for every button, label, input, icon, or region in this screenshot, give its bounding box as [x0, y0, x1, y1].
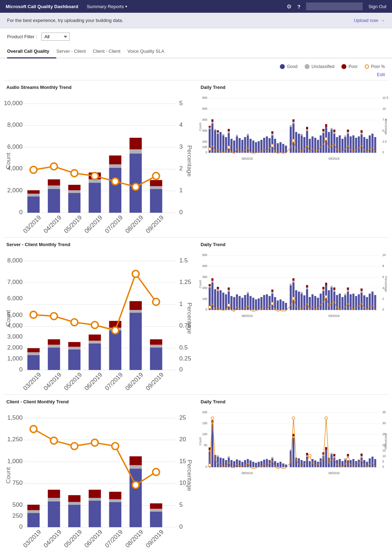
svg-rect-407 [361, 456, 363, 458]
svg-rect-75 [255, 142, 257, 153]
svg-rect-225 [271, 290, 273, 292]
svg-rect-349 [244, 460, 246, 467]
svg-rect-124 [347, 132, 349, 134]
svg-text:0: 0 [206, 150, 207, 154]
poor-pct-dot [153, 172, 160, 179]
sep-bars-sc [290, 278, 376, 310]
server-client-daily-svg: 500 400 300 200 100 0 10 8 6 4 2 0 [198, 250, 388, 318]
upload-now-link[interactable]: Upload now → [354, 18, 385, 23]
svg-rect-338 [217, 455, 219, 457]
tab-overall-call-quality[interactable]: Overall Call Quality [7, 45, 56, 58]
daily-poor-pct-dot [208, 464, 211, 467]
svg-text:0: 0 [382, 308, 384, 311]
svg-rect-193 [209, 284, 211, 286]
svg-text:0.25: 0.25 [179, 355, 191, 362]
svg-text:08/2019: 08/2019 [124, 528, 144, 549]
svg-rect-122 [344, 135, 346, 137]
svg-text:09/2019: 09/2019 [144, 528, 165, 549]
svg-text:06/2019: 06/2019 [83, 371, 104, 392]
legend-good: Good [280, 64, 297, 69]
svg-text:03/2019: 03/2019 [22, 214, 42, 234]
svg-text:1.5: 1.5 [179, 257, 188, 264]
svg-rect-129 [358, 136, 360, 153]
bar-good [27, 197, 40, 213]
svg-rect-259 [333, 288, 335, 290]
svg-text:06/2019: 06/2019 [83, 214, 104, 234]
legend-unclassified: Unclassified [305, 64, 335, 69]
settings-icon[interactable]: ⚙ [287, 3, 292, 10]
svg-rect-218 [258, 299, 260, 310]
bar-good [27, 355, 40, 370]
svg-rect-123 [347, 134, 349, 153]
svg-rect-131 [361, 133, 363, 135]
svg-rect-196 [212, 278, 214, 281]
bar-unclassified [89, 498, 101, 501]
tab-client-client[interactable]: Client - Client [93, 45, 127, 58]
bar-poor [150, 339, 162, 345]
client-client-daily-chart: 200 150 100 50 0 35 30 25 20 15 10 5 0 [198, 407, 388, 477]
nav-summary-reports[interactable]: Summary Reports ▾ [87, 4, 127, 9]
svg-rect-362 [277, 463, 279, 467]
audio-daily-chart: 600 500 400 300 200 100 0 12.5 10 7.5 5 … [198, 93, 388, 162]
svg-rect-223 [271, 294, 273, 310]
svg-text:07/2019: 07/2019 [103, 214, 124, 234]
nav-summary-reports-label: Summary Reports [87, 4, 124, 9]
banner: For the best experience, try uploading y… [0, 13, 392, 28]
svg-rect-200 [217, 287, 219, 289]
svg-text:1: 1 [179, 187, 183, 194]
bar-poor [68, 342, 81, 347]
svg-rect-345 [233, 461, 235, 467]
svg-rect-135 [369, 135, 371, 153]
daily-poor-pct-dot [271, 144, 274, 147]
svg-rect-262 [341, 297, 344, 310]
daily-poor-pct-dot [227, 146, 230, 149]
svg-text:05/2019: 05/2019 [63, 528, 83, 549]
bar-good [68, 505, 81, 527]
svg-text:09/2019: 09/2019 [328, 471, 339, 475]
svg-rect-266 [347, 290, 349, 292]
daily-poor-pct-dot [325, 417, 328, 420]
bar-good [68, 350, 81, 370]
svg-rect-199 [217, 289, 219, 291]
svg-rect-100 [306, 129, 308, 131]
svg-rect-205 [228, 290, 230, 292]
svg-rect-369 [293, 436, 295, 438]
signout-button[interactable]: Sign Out [368, 4, 386, 9]
svg-rect-373 [301, 460, 303, 467]
svg-rect-356 [263, 460, 265, 467]
svg-rect-230 [285, 303, 287, 310]
search-input[interactable] [306, 2, 363, 10]
svg-rect-265 [347, 291, 349, 310]
svg-rect-63 [228, 129, 230, 131]
bar-good [109, 168, 121, 213]
svg-rect-99 [306, 131, 308, 153]
svg-text:3: 3 [179, 143, 183, 150]
svg-rect-214 [247, 292, 249, 294]
svg-text:400: 400 [202, 264, 207, 268]
tab-voice-quality-sla[interactable]: Voice Quality SLA [127, 45, 171, 58]
svg-rect-250 [322, 289, 324, 291]
client-client-monthly-svg: 1,500 1,250 1,000 750 500 250 0 25 20 15… [4, 407, 194, 544]
sep-bars-cc [290, 434, 376, 467]
audio-daily-trend-panel: Daily Trend 600 500 400 300 200 100 0 12… [198, 85, 388, 230]
svg-text:500: 500 [202, 253, 207, 257]
svg-rect-393 [333, 454, 335, 456]
edit-button[interactable]: Edit [377, 72, 385, 77]
help-icon[interactable]: ? [297, 4, 300, 10]
svg-rect-273 [361, 291, 363, 293]
svg-rect-109 [322, 129, 324, 131]
svg-rect-334 [212, 422, 214, 424]
svg-rect-227 [277, 300, 279, 310]
product-filter-select[interactable]: All Teams SfB [41, 33, 70, 41]
svg-rect-87 [282, 144, 284, 153]
svg-text:2: 2 [382, 297, 384, 301]
svg-text:8,000: 8,000 [7, 121, 23, 128]
svg-rect-363 [279, 462, 282, 467]
svg-text:08/2019: 08/2019 [124, 214, 144, 234]
svg-text:Count: Count [198, 280, 202, 288]
tab-server-client[interactable]: Server - Client [56, 45, 93, 58]
svg-rect-89 [290, 127, 292, 153]
audio-monthly-svg: 10,000 8,000 6,000 4,000 2,000 0 5 4 3 2… [4, 93, 194, 229]
svg-rect-242 [306, 288, 308, 289]
svg-rect-206 [228, 288, 230, 290]
